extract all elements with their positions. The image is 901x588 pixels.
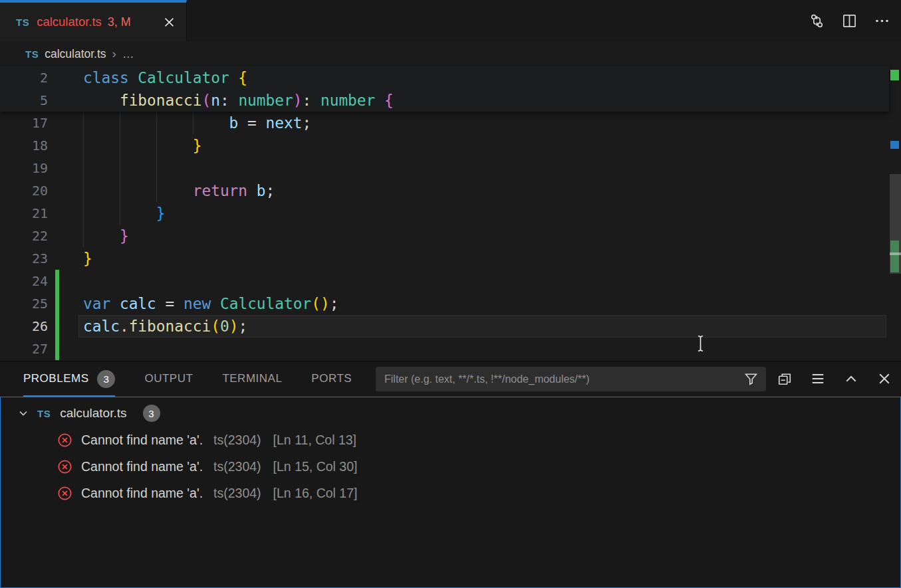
line-number[interactable]: 19 bbox=[0, 157, 48, 179]
code-line-24[interactable]: 24 bbox=[0, 270, 889, 292]
code-line-21[interactable]: 21 } bbox=[0, 202, 889, 225]
typescript-file-icon: TS bbox=[37, 408, 51, 419]
filter-funnel-icon[interactable] bbox=[743, 371, 759, 387]
line-number[interactable]: 22 bbox=[0, 225, 48, 247]
code-text: } bbox=[83, 202, 166, 225]
breadcrumb[interactable]: TS calculator.ts › … bbox=[0, 41, 901, 66]
problems-panel: TS calculator.ts 3 Cannot find name 'a'.… bbox=[0, 397, 901, 588]
problems-filter-input[interactable] bbox=[376, 367, 766, 391]
cursor-mark bbox=[890, 252, 901, 255]
code-text: } bbox=[83, 225, 129, 247]
code-line-2[interactable]: 2class Calculator { bbox=[0, 66, 889, 89]
split-editor-icon[interactable] bbox=[841, 13, 858, 29]
line-number[interactable]: 18 bbox=[0, 134, 48, 157]
problem-item[interactable]: Cannot find name 'a'. ts(2304) [Ln 11, C… bbox=[1, 427, 900, 453]
panel-actions bbox=[777, 362, 892, 395]
code-lines: 17 b = next;18 }1920 return b;21 }22 }23… bbox=[0, 112, 889, 360]
chevron-down-icon[interactable] bbox=[17, 407, 30, 420]
code-line-17[interactable]: 17 b = next; bbox=[0, 112, 889, 134]
panel-tab-problems[interactable]: PROBLEMS3 bbox=[23, 362, 115, 397]
line-number[interactable]: 24 bbox=[0, 270, 48, 292]
line-number[interactable]: 20 bbox=[0, 179, 48, 202]
code-line-22[interactable]: 22 } bbox=[0, 225, 889, 247]
problems-filter[interactable] bbox=[376, 367, 766, 391]
indent-guide bbox=[83, 157, 84, 179]
code-text: b = next; bbox=[83, 112, 311, 134]
line-number[interactable]: 25 bbox=[0, 292, 48, 315]
code-line-26[interactable]: 26calc.fibonacci(0); bbox=[0, 315, 889, 338]
problems-count-badge: 3 bbox=[143, 405, 160, 422]
diff-mark-green-top bbox=[890, 70, 899, 80]
code-text: } bbox=[83, 134, 201, 157]
code-text: } bbox=[83, 247, 92, 270]
error-icon bbox=[57, 459, 72, 474]
panel-tab-label: TERMINAL bbox=[222, 372, 282, 385]
problems-file-group[interactable]: TS calculator.ts 3 bbox=[1, 400, 900, 427]
tab-calculator-ts[interactable]: TS calculator.ts 3, M bbox=[0, 0, 187, 41]
view-as-table-icon[interactable] bbox=[810, 371, 826, 387]
tab-problems-modified-decoration: 3, M bbox=[108, 15, 131, 29]
problems-list: Cannot find name 'a'. ts(2304) [Ln 11, C… bbox=[1, 427, 900, 506]
code-line-27[interactable]: 27 bbox=[0, 338, 889, 360]
error-icon bbox=[57, 433, 72, 448]
code-text: class Calculator { bbox=[83, 66, 247, 89]
problem-message: Cannot find name 'a'. bbox=[81, 433, 203, 448]
code-text: fibonacci(n: number): number { bbox=[83, 89, 394, 112]
breadcrumb-ellipsis[interactable]: … bbox=[122, 47, 134, 61]
compare-changes-icon[interactable] bbox=[809, 13, 825, 29]
code-line-18[interactable]: 18 } bbox=[0, 134, 889, 157]
problems-file-name: calculator.ts bbox=[60, 406, 126, 421]
code-line-23[interactable]: 23} bbox=[0, 247, 889, 270]
code-text: calc.fibonacci(0); bbox=[83, 315, 247, 338]
breadcrumb-file[interactable]: calculator.ts bbox=[45, 47, 106, 61]
line-number[interactable]: 5 bbox=[0, 89, 48, 112]
problem-source: ts(2304) bbox=[213, 486, 261, 501]
indent-guide bbox=[120, 157, 120, 179]
collapse-all-icon[interactable] bbox=[777, 371, 793, 387]
more-actions-icon[interactable] bbox=[874, 13, 890, 29]
text-cursor-ibeam bbox=[696, 335, 706, 352]
sticky-scroll[interactable]: 2class Calculator {5 fibonacci(n: number… bbox=[0, 66, 889, 112]
problem-item[interactable]: Cannot find name 'a'. ts(2304) [Ln 15, C… bbox=[1, 453, 900, 480]
diff-mark-green-low bbox=[890, 241, 899, 272]
maximize-panel-icon[interactable] bbox=[843, 371, 859, 387]
info-mark-blue bbox=[890, 141, 899, 149]
panel-tab-label: OUTPUT bbox=[144, 372, 193, 385]
tab-title: calculator.ts bbox=[37, 15, 102, 29]
problems-count-badge: 3 bbox=[97, 370, 115, 388]
code-editor[interactable]: 17 b = next;18 }1920 return b;21 }22 }23… bbox=[0, 66, 889, 361]
code-text: var calc = new Calculator(); bbox=[83, 292, 338, 315]
overview-ruler[interactable] bbox=[890, 66, 901, 361]
problem-location: [Ln 16, Col 17] bbox=[273, 486, 358, 501]
problem-item[interactable]: Cannot find name 'a'. ts(2304) [Ln 16, C… bbox=[1, 480, 900, 506]
panel-tab-terminal[interactable]: TERMINAL bbox=[222, 362, 282, 397]
line-number[interactable]: 17 bbox=[0, 112, 48, 134]
code-line-20[interactable]: 20 return b; bbox=[0, 179, 889, 202]
problem-source: ts(2304) bbox=[213, 459, 261, 474]
close-panel-icon[interactable] bbox=[876, 371, 892, 387]
chevron-right-icon: › bbox=[112, 47, 116, 61]
code-line-19[interactable]: 19 bbox=[0, 157, 889, 179]
editor-tab-bar: TS calculator.ts 3, M bbox=[0, 0, 901, 41]
problem-location: [Ln 15, Col 30] bbox=[273, 459, 358, 474]
line-number[interactable]: 2 bbox=[0, 66, 48, 89]
code-line-25[interactable]: 25var calc = new Calculator(); bbox=[0, 292, 889, 315]
line-number[interactable]: 21 bbox=[0, 202, 48, 225]
typescript-file-icon: TS bbox=[16, 17, 29, 28]
indent-guide bbox=[156, 157, 157, 179]
panel-tab-ports[interactable]: PORTS bbox=[311, 362, 352, 397]
editor-actions bbox=[809, 0, 890, 41]
panel-tab-label: PORTS bbox=[311, 372, 352, 385]
line-number[interactable]: 26 bbox=[0, 315, 48, 338]
problem-message: Cannot find name 'a'. bbox=[81, 459, 203, 474]
line-number[interactable]: 23 bbox=[0, 247, 48, 270]
panel-tab-output[interactable]: OUTPUT bbox=[144, 362, 193, 397]
code-text: return b; bbox=[83, 179, 275, 202]
code-line-5[interactable]: 5 fibonacci(n: number): number { bbox=[0, 89, 889, 112]
typescript-file-icon: TS bbox=[25, 49, 39, 60]
problem-message: Cannot find name 'a'. bbox=[81, 486, 203, 501]
tab-close-icon[interactable] bbox=[163, 16, 176, 29]
panel-tab-label: PROBLEMS bbox=[23, 372, 88, 385]
error-icon bbox=[57, 486, 72, 501]
line-number[interactable]: 27 bbox=[0, 338, 48, 360]
